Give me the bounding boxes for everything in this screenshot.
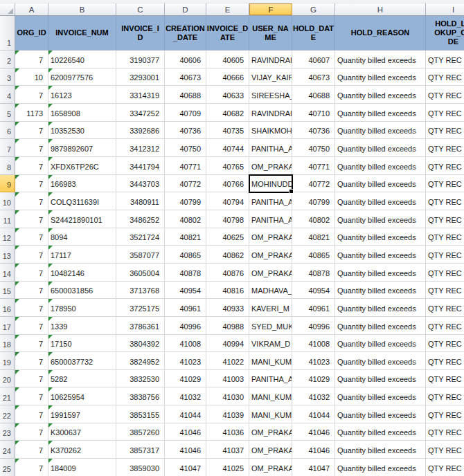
- cell-A23[interactable]: 7: [15, 423, 48, 441]
- cell-I7[interactable]: QTY REC: [426, 139, 464, 157]
- cell-I24[interactable]: QTY REC: [426, 441, 464, 459]
- cell-H25[interactable]: Quantity billed exceeds: [335, 459, 426, 476]
- cell-G24[interactable]: 41046: [292, 441, 335, 459]
- cell-I15[interactable]: QTY REC: [426, 282, 464, 300]
- column-title-INVOICE_NUM[interactable]: INVOICE_NUM: [48, 16, 116, 51]
- cell-D2[interactable]: 40606: [165, 51, 206, 68]
- cell-E3[interactable]: 40666: [206, 68, 249, 86]
- cell-B18[interactable]: 17150: [48, 335, 116, 353]
- cell-I5[interactable]: QTY REC: [426, 104, 464, 122]
- selected-cell[interactable]: MOHINUDD: [249, 175, 292, 193]
- cell-B17[interactable]: 1339: [48, 317, 116, 335]
- column-header-D[interactable]: D: [165, 3, 206, 15]
- row-header-17[interactable]: 17: [0, 317, 15, 335]
- cell-G7[interactable]: 40750: [292, 139, 335, 157]
- cell-B9[interactable]: 166983: [48, 175, 116, 193]
- cell-A3[interactable]: 10: [15, 68, 48, 86]
- cell-F4[interactable]: SIREESHA_K: [249, 86, 292, 104]
- cell-I9[interactable]: QTY REC: [426, 175, 464, 193]
- cell-G12[interactable]: 40821: [292, 228, 335, 246]
- row-header-20[interactable]: 20: [0, 370, 15, 388]
- cell-A18[interactable]: 7: [15, 335, 48, 353]
- select-all-corner[interactable]: [0, 3, 15, 15]
- row-header-24[interactable]: 24: [0, 441, 15, 459]
- cell-F24[interactable]: OM_PRAKA: [249, 441, 292, 459]
- cell-D6[interactable]: 40736: [165, 122, 206, 140]
- cell-D24[interactable]: 41046: [165, 441, 206, 459]
- cell-D18[interactable]: 41008: [165, 335, 206, 353]
- cell-A4[interactable]: 7: [15, 86, 48, 104]
- cell-G13[interactable]: 40865: [292, 246, 335, 264]
- cell-A19[interactable]: 7: [15, 352, 48, 370]
- cell-B2[interactable]: 10226540: [48, 51, 116, 68]
- cell-G17[interactable]: 40996: [292, 317, 335, 335]
- cell-H8[interactable]: Quantity billed exceeds: [335, 157, 426, 175]
- cell-H17[interactable]: Quantity billed exceeds: [335, 317, 426, 335]
- cell-F8[interactable]: OM_PRAKA: [249, 157, 292, 175]
- cell-A6[interactable]: 7: [15, 122, 48, 140]
- cell-G9[interactable]: 40772: [292, 175, 335, 193]
- cell-C9[interactable]: 3443703: [116, 175, 165, 193]
- cell-I16[interactable]: QTY REC: [426, 299, 464, 317]
- cell-F20[interactable]: PANITHA_A: [249, 370, 292, 388]
- column-header-C[interactable]: C: [116, 3, 165, 15]
- cell-F15[interactable]: MADHAVA_: [249, 282, 292, 300]
- cell-G21[interactable]: 41032: [292, 387, 335, 405]
- row-header-19[interactable]: 19: [0, 352, 15, 370]
- cell-H13[interactable]: Quantity billed exceeds: [335, 246, 426, 264]
- row-header-6[interactable]: 6: [0, 122, 15, 140]
- column-title-ORG_ID[interactable]: ORG_ID: [15, 16, 48, 51]
- cell-C8[interactable]: 3441794: [116, 157, 165, 175]
- cell-C17[interactable]: 3786361: [116, 317, 165, 335]
- column-header-B[interactable]: B: [48, 3, 116, 15]
- cell-G19[interactable]: 41023: [292, 352, 335, 370]
- cell-A11[interactable]: 7: [15, 210, 48, 228]
- cell-E15[interactable]: 40816: [206, 282, 249, 300]
- cell-B23[interactable]: K300637: [48, 423, 116, 441]
- column-header-A[interactable]: A: [15, 3, 48, 15]
- cell-F21[interactable]: MANI_KUM: [249, 387, 292, 405]
- cell-D13[interactable]: 40865: [165, 246, 206, 264]
- cell-H6[interactable]: Quantity billed exceeds: [335, 122, 426, 140]
- cell-B8[interactable]: XFDX6TP26C: [48, 157, 116, 175]
- row-header-1[interactable]: 1: [0, 16, 15, 51]
- row-header-3[interactable]: 3: [0, 68, 15, 86]
- cell-G15[interactable]: 40954: [292, 282, 335, 300]
- row-header-10[interactable]: 10: [0, 192, 15, 210]
- cell-D10[interactable]: 40799: [165, 192, 206, 210]
- cell-H9[interactable]: Quantity billed exceeds: [335, 175, 426, 193]
- cell-F2[interactable]: RAVINDRAB: [249, 51, 292, 68]
- cell-G25[interactable]: 41047: [292, 459, 335, 476]
- cell-D4[interactable]: 40688: [165, 86, 206, 104]
- cell-B12[interactable]: 8094: [48, 228, 116, 246]
- column-title-INVOICE_DATE[interactable]: INVOICE_D ATE: [206, 16, 249, 51]
- cell-F5[interactable]: RAVINDRAB: [249, 104, 292, 122]
- cell-C15[interactable]: 3713768: [116, 282, 165, 300]
- cell-E20[interactable]: 41003: [206, 370, 249, 388]
- cell-B19[interactable]: 6500037732: [48, 352, 116, 370]
- cell-H11[interactable]: Quantity billed exceeds: [335, 210, 426, 228]
- cell-F22[interactable]: MANI_KUM: [249, 405, 292, 423]
- cell-A2[interactable]: 7: [15, 51, 48, 68]
- cell-I6[interactable]: QTY REC: [426, 122, 464, 140]
- row-header-18[interactable]: 18: [0, 335, 15, 353]
- column-title-USER_NAME[interactable]: USER_NA ME: [249, 16, 292, 51]
- cell-D5[interactable]: 40709: [165, 104, 206, 122]
- cell-A21[interactable]: 7: [15, 387, 48, 405]
- cell-I2[interactable]: QTY REC: [426, 51, 464, 68]
- cell-B10[interactable]: COLQ311639I: [48, 192, 116, 210]
- cell-E10[interactable]: 40794: [206, 192, 249, 210]
- cell-C24[interactable]: 3857317: [116, 441, 165, 459]
- cell-B20[interactable]: 5282: [48, 370, 116, 388]
- column-header-E[interactable]: E: [206, 3, 249, 15]
- cell-I18[interactable]: QTY REC: [426, 335, 464, 353]
- cell-G18[interactable]: 41008: [292, 335, 335, 353]
- column-header-G[interactable]: G: [292, 3, 335, 15]
- cell-D21[interactable]: 41032: [165, 387, 206, 405]
- cell-B25[interactable]: 184009: [48, 459, 116, 476]
- fill-handle[interactable]: [289, 189, 294, 194]
- cell-C16[interactable]: 3725175: [116, 299, 165, 317]
- cell-C14[interactable]: 3605004: [116, 264, 165, 282]
- column-title-CREATION_DATE[interactable]: CREATION _DATE: [165, 16, 206, 51]
- cell-E13[interactable]: 40862: [206, 246, 249, 264]
